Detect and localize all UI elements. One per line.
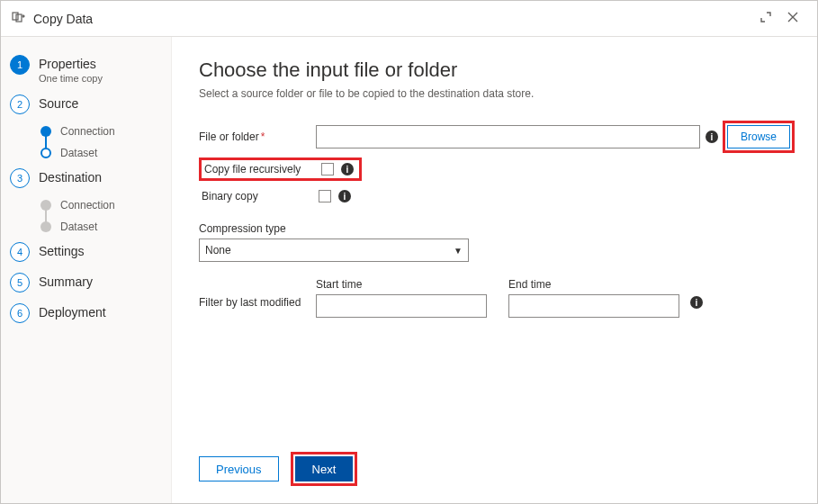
end-time-label: End time bbox=[508, 278, 679, 291]
step-number-4: 4 bbox=[10, 242, 30, 262]
file-or-folder-row: File or folder* i Browse bbox=[199, 125, 790, 148]
step-summary[interactable]: 5 Summary bbox=[10, 273, 162, 292]
step-number-3: 3 bbox=[10, 168, 30, 188]
compression-label: Compression type bbox=[199, 222, 790, 235]
wizard-steps-sidebar: 1 Properties One time copy 2 Source Conn… bbox=[1, 37, 172, 503]
copy-recursive-row: Copy file recursively i bbox=[199, 158, 790, 181]
step-label: Summary bbox=[39, 274, 93, 289]
page-title: Choose the input file or folder bbox=[199, 58, 790, 82]
browse-button[interactable]: Browse bbox=[727, 125, 790, 148]
binary-copy-label: Binary copy bbox=[202, 190, 301, 202]
substep-dest-connection[interactable]: Connection bbox=[40, 199, 162, 212]
compression-group: Compression type None ▼ bbox=[199, 222, 790, 262]
substep-dest-dataset[interactable]: Dataset bbox=[40, 220, 162, 233]
step-number-2: 2 bbox=[10, 94, 30, 114]
binary-copy-checkbox[interactable] bbox=[319, 190, 331, 202]
substep-dot-icon bbox=[40, 148, 51, 158]
step-sublabel: One time copy bbox=[39, 73, 103, 84]
step-destination[interactable]: 3 Destination bbox=[10, 168, 162, 188]
step-label: Properties bbox=[39, 57, 103, 71]
step-settings[interactable]: 4 Settings bbox=[10, 242, 162, 262]
end-time-column: End time bbox=[508, 278, 679, 318]
required-indicator: * bbox=[261, 130, 265, 143]
start-time-label: Start time bbox=[316, 278, 487, 291]
file-or-folder-label: File or folder* bbox=[199, 130, 316, 143]
info-icon[interactable]: i bbox=[706, 130, 718, 143]
step-properties[interactable]: 1 Properties One time copy bbox=[10, 55, 162, 84]
copy-recursive-checkbox[interactable] bbox=[321, 163, 334, 176]
substep-source-dataset[interactable]: Dataset bbox=[40, 147, 162, 159]
main-content: Choose the input file or folder Select a… bbox=[172, 37, 817, 503]
step-deployment[interactable]: 6 Deployment bbox=[10, 303, 162, 323]
substep-dot-icon bbox=[40, 221, 51, 232]
info-icon[interactable]: i bbox=[690, 296, 703, 309]
step-label: Source bbox=[39, 96, 78, 111]
previous-button[interactable]: Previous bbox=[199, 456, 279, 482]
step-label: Settings bbox=[39, 244, 85, 258]
end-time-input[interactable] bbox=[508, 294, 679, 318]
step-number-1: 1 bbox=[10, 55, 30, 75]
next-button[interactable]: Next bbox=[295, 456, 354, 482]
copy-recursive-highlight: Copy file recursively i bbox=[199, 158, 362, 181]
start-time-input[interactable] bbox=[316, 294, 487, 318]
step-number-6: 6 bbox=[10, 303, 30, 323]
compression-select[interactable]: None ▼ bbox=[199, 238, 469, 262]
titlebar: Copy Data bbox=[1, 1, 817, 37]
source-substeps: Connection Dataset bbox=[40, 125, 162, 159]
destination-substeps: Connection Dataset bbox=[40, 199, 162, 233]
svg-rect-1 bbox=[16, 14, 22, 22]
step-number-5: 5 bbox=[10, 273, 30, 292]
step-source[interactable]: 2 Source bbox=[10, 94, 162, 114]
compression-value: None bbox=[205, 244, 231, 256]
page-description: Select a source folder or file to be cop… bbox=[199, 87, 790, 100]
close-icon[interactable] bbox=[779, 7, 806, 30]
filter-by-last-modified-row: Filter by last modified Start time End t… bbox=[199, 278, 790, 318]
chevron-down-icon: ▼ bbox=[454, 246, 463, 256]
wizard-footer: Previous Next bbox=[199, 438, 790, 482]
copy-recursive-label: Copy file recursively bbox=[204, 163, 303, 176]
window-title: Copy Data bbox=[33, 12, 752, 26]
file-or-folder-input[interactable] bbox=[316, 125, 700, 148]
binary-copy-row: Binary copy i bbox=[202, 186, 790, 206]
substep-source-connection[interactable]: Connection bbox=[40, 125, 162, 138]
step-label: Deployment bbox=[39, 305, 106, 320]
info-icon[interactable]: i bbox=[341, 163, 354, 176]
svg-rect-0 bbox=[13, 13, 18, 20]
info-icon[interactable]: i bbox=[338, 190, 351, 202]
filter-label: Filter by last modified bbox=[199, 278, 316, 309]
copy-data-icon bbox=[12, 10, 26, 27]
step-label: Destination bbox=[39, 170, 102, 184]
start-time-column: Start time bbox=[316, 278, 487, 318]
maximize-icon[interactable] bbox=[752, 7, 779, 30]
